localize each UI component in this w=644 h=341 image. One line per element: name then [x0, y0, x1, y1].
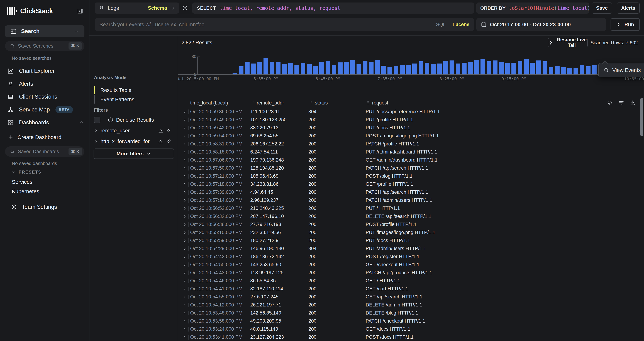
sidebar-item-chart-explorer[interactable]: Chart Explorer — [0, 64, 90, 78]
table-row[interactable]: Oct 20 10:55:59.000 PM180.27.212.9200PUT… — [178, 236, 640, 244]
row-expand-chevron-icon[interactable] — [183, 287, 187, 291]
table-row[interactable]: Oct 20 10:57:14.000 PM2.96.129.237200PAT… — [178, 196, 640, 204]
source-settings-gear-icon[interactable] — [182, 4, 188, 12]
row-expand-chevron-icon[interactable] — [183, 295, 187, 299]
tab-event-patterns[interactable]: Event Patterns — [94, 95, 173, 104]
table-row[interactable]: Oct 20 10:57:18.000 PM34.233.81.86200GET… — [178, 180, 640, 188]
row-expand-chevron-icon[interactable] — [183, 263, 187, 267]
table-row[interactable]: Oct 20 10:54:29.000 PM146.96.190.130304P… — [178, 244, 640, 252]
table-row[interactable]: Oct 20 10:53:48.000 PM142.56.85.140200DE… — [178, 309, 640, 317]
events-histogram[interactable]: 80 0 Oct 20 5:00:00 PM5:55:00 PM6:45:00 … — [178, 54, 644, 84]
drag-handle-icon[interactable] — [250, 100, 255, 105]
row-expand-chevron-icon[interactable] — [183, 198, 187, 202]
saved-searches-input[interactable]: ⌘ K — [5, 41, 84, 51]
row-expand-chevron-icon[interactable] — [183, 311, 187, 315]
pin-icon[interactable] — [166, 139, 171, 144]
denoise-checkbox[interactable] — [94, 117, 100, 123]
table-row[interactable]: Oct 20 10:57:06.000 PM190.79.136.248200G… — [178, 156, 640, 164]
row-expand-chevron-icon[interactable] — [183, 206, 187, 210]
row-expand-chevron-icon[interactable] — [183, 214, 187, 219]
table-row[interactable]: Oct 20 10:59:36.000 PM111.100.28.11304PU… — [178, 108, 640, 116]
row-expand-chevron-icon[interactable] — [183, 150, 187, 154]
column-header-remote-addr[interactable]: remote_addr — [250, 100, 308, 106]
order-by-input[interactable]: ORDER BY toStartOfMinute(time_local) D — [476, 2, 589, 14]
row-expand-chevron-icon[interactable] — [183, 142, 187, 146]
sidebar-item-alerts[interactable]: Alerts — [0, 78, 90, 90]
row-expand-chevron-icon[interactable] — [183, 254, 187, 259]
preset-item-kubernetes[interactable]: Kubernetes — [12, 186, 87, 196]
row-expand-chevron-icon[interactable] — [183, 238, 187, 243]
chart-icon[interactable] — [158, 128, 163, 133]
presets-toggle[interactable]: PRESETS — [12, 168, 42, 176]
code-icon[interactable] — [607, 100, 613, 106]
more-filters-button[interactable]: More filters — [94, 148, 174, 159]
row-expand-chevron-icon[interactable] — [183, 303, 187, 307]
table-row[interactable]: Oct 20 10:54:43.000 PM118.99.197.125200P… — [178, 269, 640, 277]
table-row[interactable]: Oct 20 10:59:54.000 PM69.68.254.55200POS… — [178, 132, 640, 140]
event-search-input[interactable]: SQL Lucene — [95, 18, 474, 31]
table-row[interactable]: Oct 20 10:53:58.000 PM49.203.209.95200PA… — [178, 317, 640, 325]
sidebar-item-service-map[interactable]: Service MapBETA — [0, 103, 90, 116]
select-clause-input[interactable]: SELECT time_local, remote_addr, status, … — [192, 2, 474, 14]
table-row[interactable]: Oct 20 10:57:39.000 PM4.94.64.45200PATCH… — [178, 188, 640, 196]
sidebar-item-dashboards[interactable]: Dashboards — [0, 116, 90, 129]
drag-handle-icon[interactable] — [308, 100, 313, 105]
run-button[interactable]: Run — [610, 18, 640, 31]
table-row[interactable]: Oct 20 10:53:41.000 PM23.127.204.223200P… — [178, 333, 640, 341]
saved-dashboards-field[interactable] — [18, 149, 66, 154]
create-dashboard-button[interactable]: Create Dashboard — [8, 132, 61, 142]
saved-dashboards-input[interactable]: ⌘ K — [5, 146, 84, 157]
sidebar-item-team-settings[interactable]: Team Settings — [11, 202, 57, 212]
column-header-time-local-local-[interactable]: time_local (Local) — [190, 100, 250, 106]
table-row[interactable]: Oct 20 10:58:31.000 PM206.167.252.22200P… — [178, 140, 640, 148]
table-row[interactable]: Oct 20 10:54:41.000 PM32.187.110.114200G… — [178, 285, 640, 293]
table-row[interactable]: Oct 20 10:54:55.000 PM27.6.107.245200GET… — [178, 293, 640, 301]
preset-item-services[interactable]: Services — [12, 177, 87, 186]
row-expand-chevron-icon[interactable] — [183, 335, 187, 340]
saved-searches-field[interactable] — [18, 43, 66, 49]
table-row[interactable]: Oct 20 10:54:46.000 PM86.55.84.85200GET … — [178, 277, 640, 285]
table-row[interactable]: Oct 20 10:56:52.000 PM210.240.43.225200P… — [178, 204, 640, 212]
drag-handle-icon[interactable] — [366, 100, 370, 105]
row-expand-chevron-icon[interactable] — [183, 158, 187, 162]
denoise-results-option[interactable]: Denoise Results — [94, 116, 154, 124]
resume-live-tail-button[interactable]: Resume Live Tail — [548, 38, 588, 48]
filter-field-remote-user[interactable]: remote_user — [90, 126, 178, 135]
sidebar-collapse-icon[interactable] — [77, 8, 84, 14]
column-header-status[interactable]: status — [308, 100, 366, 106]
table-row[interactable]: Oct 20 10:54:55.000 PM143.253.65.90200GE… — [178, 261, 640, 269]
download-icon[interactable] — [630, 100, 636, 106]
event-search-field[interactable] — [100, 22, 432, 28]
view-events-tooltip[interactable]: View Events — [598, 63, 644, 77]
source-select[interactable]: Logs Schema — [95, 2, 179, 14]
row-expand-chevron-icon[interactable] — [183, 327, 187, 331]
sidebar-item-client-sessions[interactable]: Client Sessions — [0, 90, 90, 103]
row-expand-chevron-icon[interactable] — [183, 230, 187, 235]
alerts-button[interactable]: Alerts — [617, 2, 640, 14]
filter-field-http-x-forwarded-for[interactable]: http_x_forwarded_for — [90, 137, 178, 146]
scrollbar[interactable] — [640, 96, 644, 341]
row-expand-chevron-icon[interactable] — [183, 190, 187, 194]
row-expand-chevron-icon[interactable] — [183, 182, 187, 186]
table-row[interactable]: Oct 20 10:54:42.000 PM186.136.72.142200P… — [178, 252, 640, 261]
table-row[interactable]: Oct 20 10:56:38.000 PM27.79.216.198200PO… — [178, 220, 640, 228]
wrap-text-icon[interactable] — [618, 100, 624, 106]
column-header-request[interactable]: request — [366, 100, 640, 106]
row-expand-chevron-icon[interactable] — [183, 126, 187, 130]
query-language-toggle[interactable]: SQL Lucene — [436, 22, 470, 28]
row-expand-chevron-icon[interactable] — [183, 279, 187, 283]
row-expand-chevron-icon[interactable] — [183, 174, 187, 178]
table-row[interactable]: Oct 20 10:59:49.000 PM101.180.123.250200… — [178, 116, 640, 124]
table-row[interactable]: Oct 20 10:55:10.000 PM232.33.119.56200PU… — [178, 228, 640, 236]
sql-toggle[interactable]: SQL — [436, 22, 446, 27]
lucene-toggle[interactable]: Lucene — [452, 22, 470, 27]
table-row[interactable]: Oct 20 10:57:21.000 PM105.96.43.69200POS… — [178, 172, 640, 180]
date-range-picker[interactable]: Oct 20 17:00:00 - Oct 20 23:00:00 — [476, 18, 606, 31]
chart-icon[interactable] — [158, 139, 163, 144]
row-expand-chevron-icon[interactable] — [183, 246, 187, 251]
table-row[interactable]: Oct 20 10:56:32.000 PM207.147.196.10200D… — [178, 212, 640, 220]
table-row[interactable]: Oct 20 10:58:18.000 PM6.247.54.111200PUT… — [178, 148, 640, 156]
table-row[interactable]: Oct 20 10:59:42.000 PM88.220.79.13200PUT… — [178, 124, 640, 132]
sidebar-item-search[interactable]: Search — [5, 26, 84, 37]
row-expand-chevron-icon[interactable] — [183, 271, 187, 275]
